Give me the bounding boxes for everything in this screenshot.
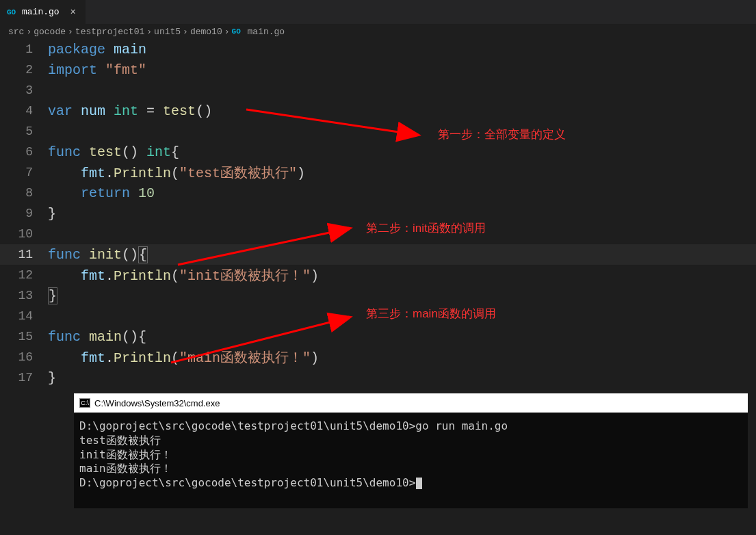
- code-content: package main: [48, 42, 146, 57]
- breadcrumb-item[interactable]: main.go: [248, 27, 285, 37]
- line-number: 13: [0, 289, 48, 302]
- breadcrumb: src › gocode › testproject01 › unit5 › d…: [0, 24, 756, 39]
- annotation-step1: 第一步：全部变量的定义: [438, 127, 566, 142]
- code-editor[interactable]: 第一步：全部变量的定义 第二步：init函数的调用 第三步：main函数的调用 …: [0, 39, 756, 388]
- code-line[interactable]: 13}: [0, 285, 756, 306]
- chevron-right-icon: ›: [68, 27, 73, 37]
- code-line[interactable]: 12 fmt.Println("init函数被执行！"): [0, 265, 756, 285]
- line-number: 3: [0, 83, 48, 97]
- go-file-icon: GO: [232, 27, 243, 36]
- code-line[interactable]: 2import "fmt": [0, 60, 756, 80]
- annotation-step2: 第二步：init函数的调用: [366, 220, 486, 236]
- code-content: fmt.Println("test函数被执行"): [48, 164, 305, 182]
- line-number: 11: [0, 248, 48, 261]
- terminal-line: init函数被执行！: [79, 448, 742, 462]
- terminal-output[interactable]: D:\goproject\src\gocode\testproject01\un…: [74, 413, 748, 508]
- terminal-line: D:\goproject\src\gocode\testproject01\un…: [79, 419, 742, 434]
- line-number: 15: [0, 330, 48, 343]
- line-number: 17: [0, 371, 48, 384]
- code-content: func init(){: [48, 247, 148, 263]
- terminal-line: D:\goproject\src\gocode\testproject01\un…: [79, 476, 742, 491]
- code-content: import "fmt": [48, 62, 146, 78]
- code-line[interactable]: 11func init(){: [0, 244, 756, 265]
- line-number: 10: [0, 227, 48, 241]
- code-content: fmt.Println("init函数被执行！"): [48, 266, 319, 285]
- chevron-right-icon: ›: [224, 27, 230, 37]
- line-number: 5: [0, 125, 48, 138]
- code-line[interactable]: 17}: [0, 367, 756, 388]
- code-line[interactable]: 15func main(){: [0, 326, 756, 347]
- code-content: }: [48, 206, 56, 222]
- breadcrumb-item[interactable]: unit5: [154, 27, 181, 37]
- code-line[interactable]: 6func test() int{: [0, 142, 756, 162]
- code-line[interactable]: 8 return 10: [0, 183, 756, 203]
- breadcrumb-item[interactable]: src: [8, 27, 24, 37]
- code-line[interactable]: 4var num int = test(): [0, 101, 756, 121]
- line-number: 14: [0, 309, 48, 323]
- code-content: }: [48, 370, 56, 386]
- code-content: fmt.Println("main函数被执行！"): [48, 348, 319, 367]
- code-line[interactable]: 1package main: [0, 39, 756, 60]
- tab-bar: GO main.go ×: [0, 0, 756, 24]
- annotation-step3: 第三步：main函数的调用: [366, 306, 496, 322]
- terminal-panel: C:\ C:\Windows\System32\cmd.exe D:\gopro…: [74, 393, 748, 508]
- chevron-right-icon: ›: [146, 27, 152, 37]
- line-number: 12: [0, 268, 48, 282]
- line-number: 2: [0, 63, 48, 77]
- terminal-titlebar: C:\ C:\Windows\System32\cmd.exe: [74, 393, 748, 413]
- code-content: func test() int{: [48, 144, 179, 160]
- line-number: 16: [0, 350, 48, 364]
- code-line[interactable]: 7 fmt.Println("test函数被执行"): [0, 162, 756, 183]
- line-number: 4: [0, 104, 48, 118]
- terminal-cursor: [416, 478, 422, 489]
- tab-filename: main.go: [22, 7, 60, 17]
- code-content: }: [48, 288, 57, 304]
- cmd-icon: C:\: [79, 398, 90, 408]
- code-content: return 10: [48, 185, 155, 201]
- code-content: func main(){: [48, 329, 146, 345]
- line-number: 7: [0, 166, 48, 179]
- line-number: 8: [0, 186, 48, 200]
- line-number: 9: [0, 207, 48, 220]
- go-file-icon: GO: [7, 8, 18, 16]
- tab-main-go[interactable]: GO main.go ×: [0, 0, 86, 24]
- code-line[interactable]: 5: [0, 121, 756, 142]
- breadcrumb-item[interactable]: demo10: [190, 27, 222, 37]
- terminal-line: main函数被执行！: [79, 462, 742, 476]
- chevron-right-icon: ›: [183, 27, 188, 37]
- breadcrumb-item[interactable]: testproject01: [75, 27, 144, 37]
- code-content: var num int = test(): [48, 103, 212, 119]
- breadcrumb-item[interactable]: gocode: [34, 27, 66, 37]
- terminal-line: test函数被执行: [79, 434, 742, 448]
- code-line[interactable]: 3: [0, 80, 756, 101]
- close-icon[interactable]: ×: [68, 7, 79, 18]
- terminal-title-text: C:\Windows\System32\cmd.exe: [94, 398, 220, 408]
- chevron-right-icon: ›: [26, 27, 31, 37]
- code-line[interactable]: 16 fmt.Println("main函数被执行！"): [0, 347, 756, 367]
- line-number: 1: [0, 42, 48, 56]
- line-number: 6: [0, 145, 48, 159]
